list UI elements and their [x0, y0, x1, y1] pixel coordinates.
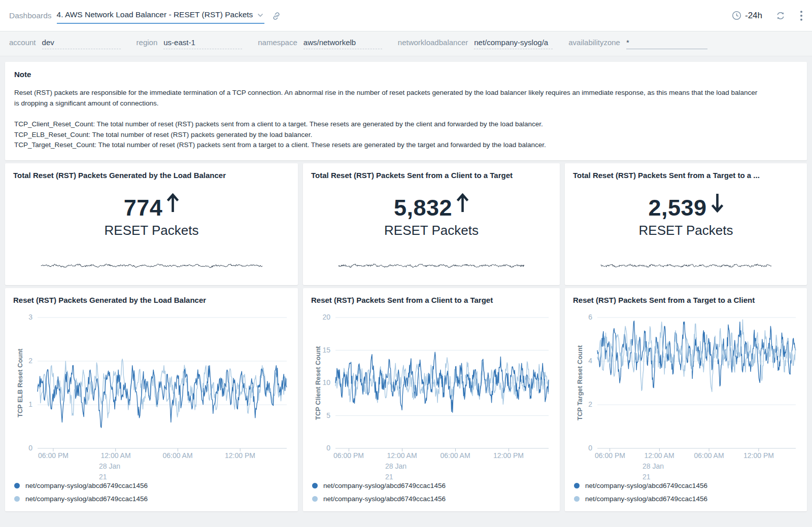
stat-value: 2,539 — [648, 195, 723, 221]
x-tick-label: 12:00 PM — [215, 451, 265, 460]
x-tick-label: 12:00 PM — [483, 451, 534, 460]
series-line — [597, 321, 796, 388]
x-tick-label: 12:00 AM — [90, 451, 141, 460]
note-paragraph: Reset (RST) packets are responsible for … — [14, 87, 764, 109]
series-line — [38, 365, 287, 428]
chart-plot[interactable] — [335, 318, 549, 452]
x-tick-label: 12:00 PM — [733, 451, 784, 460]
chart-plot[interactable] — [38, 318, 287, 452]
breadcrumb-dashboards[interactable]: Dashboards — [9, 11, 52, 20]
stat-panel: Total Reset (RST) Packets Generated by t… — [5, 163, 298, 285]
chart-title: Reset (RST) Packets Generated by the Loa… — [5, 288, 298, 304]
filter-label: networkloadbalancer — [398, 38, 468, 47]
stat-panel: Total Reset (RST) Packets Sent from a Cl… — [303, 163, 560, 285]
note-definition-line: TCP_ELB_Reset_Count: The total number of… — [14, 130, 798, 140]
filter-label: namespace — [258, 38, 297, 47]
chart-plot[interactable] — [597, 318, 796, 452]
chart-legend: net/company-syslog/abcd6749ccac1456net/c… — [574, 479, 707, 505]
x-tick-label: 12:00 AM — [634, 451, 685, 460]
stat-sparkline — [41, 262, 262, 269]
legend-dot — [14, 496, 20, 502]
stat-unit: RESET Packets — [639, 223, 733, 238]
stat-sparkline — [339, 262, 524, 269]
x-tick-label: 06:00 AM — [684, 451, 734, 460]
legend-item[interactable]: net/company-syslog/abcd6749ccac1456 — [312, 492, 446, 505]
chevron-down-icon — [257, 13, 263, 17]
refresh-icon[interactable] — [775, 11, 786, 21]
filter-value-input[interactable]: dev — [42, 38, 121, 49]
chart-legend: net/company-syslog/abcd6749ccac1456net/c… — [312, 479, 446, 505]
top-bar: Dashboards 4. AWS Network Load Balancer … — [0, 0, 812, 31]
filter-account[interactable]: accountdev — [9, 38, 121, 49]
chart-title: Reset (RST) Packets Sent from a Target t… — [565, 288, 807, 304]
legend-dot — [574, 483, 580, 488]
x-tick-label: 06:00 AM — [430, 451, 481, 460]
stat-panel-title: Total Reset (RST) Packets Sent from a Cl… — [303, 163, 560, 180]
stat-value: 774 — [124, 195, 180, 221]
chart-panel: Reset (RST) Packets Generated by the Loa… — [5, 288, 298, 511]
y-axis-label: TCP ELB Reset Count — [16, 318, 24, 448]
stat-panel-title: Total Reset (RST) Packets Sent from a Ta… — [565, 163, 807, 180]
legend-dot — [574, 496, 580, 502]
chart-title: Reset (RST) Packets Sent from a Client t… — [303, 288, 560, 304]
filter-networkloadbalancer[interactable]: networkloadbalancernet/company-syslog/a — [398, 38, 553, 49]
filter-value-input[interactable]: us-east-1 — [163, 38, 242, 49]
filter-availabilityzone[interactable]: availabilityzone* — [568, 38, 707, 49]
chart-panel: Reset (RST) Packets Sent from a Target t… — [565, 288, 807, 511]
legend-item[interactable]: net/company-syslog/abcd6749ccac1456 — [574, 479, 707, 492]
x-tick-label: 06:00 PM — [28, 451, 79, 460]
filter-bar: accountdevregionus-east-1namespaceaws/ne… — [0, 31, 812, 56]
legend-dot — [312, 496, 318, 502]
filter-label: account — [9, 38, 36, 47]
trend-down-icon — [711, 193, 724, 213]
dashboard-title: 4. AWS Network Load Balancer - RESET (RS… — [57, 10, 253, 19]
clock-icon[interactable] — [732, 11, 741, 20]
legend-item[interactable]: net/company-syslog/abcd6749ccac1456 — [574, 492, 707, 505]
note-panel: Note Reset (RST) packets are responsible… — [5, 62, 807, 160]
filter-value-input[interactable]: net/company-syslog/a — [474, 38, 553, 49]
trend-up-icon — [166, 193, 179, 213]
chart-legend: net/company-syslog/abcd6749ccac1456net/c… — [14, 479, 148, 505]
legend-item[interactable]: net/company-syslog/abcd6749ccac1456 — [14, 492, 148, 505]
filter-region[interactable]: regionus-east-1 — [137, 38, 243, 49]
stat-value: 5,832 — [394, 195, 469, 221]
stat-panel-title: Total Reset (RST) Packets Generated by t… — [5, 163, 298, 180]
x-tick-label: 06:00 PM — [323, 451, 374, 460]
filter-label: region — [137, 38, 158, 47]
legend-dot — [312, 483, 318, 488]
y-axis-label: TCP Target Reset Count — [576, 318, 584, 448]
note-definition-line: TCP_Client_Reset_Count: The total number… — [14, 119, 798, 130]
x-tick-label: 06:00 AM — [152, 451, 203, 460]
y-axis-label: TCP Client Reset Count — [314, 318, 322, 448]
stat-sparkline — [600, 262, 771, 269]
filter-value-input[interactable]: * — [626, 38, 707, 49]
stat-panel: Total Reset (RST) Packets Sent from a Ta… — [565, 163, 807, 285]
filter-label: availabilityzone — [568, 38, 620, 47]
trend-up-icon — [456, 193, 469, 213]
legend-item[interactable]: net/company-syslog/abcd6749ccac1456 — [312, 479, 446, 492]
filter-namespace[interactable]: namespaceaws/networkelb — [258, 38, 382, 49]
x-tick-label: 06:00 PM — [585, 451, 635, 460]
x-tick-label: 12:00 AM — [377, 451, 427, 460]
legend-dot — [14, 483, 20, 488]
legend-item[interactable]: net/company-syslog/abcd6749ccac1456 — [14, 479, 148, 492]
note-title: Note — [14, 70, 798, 79]
time-range-value[interactable]: -24h — [745, 11, 762, 21]
chart-panel: Reset (RST) Packets Sent from a Client t… — [303, 288, 560, 511]
filter-value-input[interactable]: aws/networkelb — [303, 38, 382, 49]
stat-unit: RESET Packets — [384, 223, 479, 238]
kebab-menu-icon[interactable] — [800, 10, 803, 21]
dashboard-title-dropdown[interactable]: 4. AWS Network Load Balancer - RESET (RS… — [57, 7, 265, 24]
link-icon[interactable] — [272, 11, 281, 21]
dashboard-body: Note Reset (RST) packets are responsible… — [0, 56, 812, 511]
stat-unit: RESET Packets — [105, 223, 199, 238]
note-definition-line: TCP_Target_Reset_Count: The total number… — [14, 140, 798, 151]
